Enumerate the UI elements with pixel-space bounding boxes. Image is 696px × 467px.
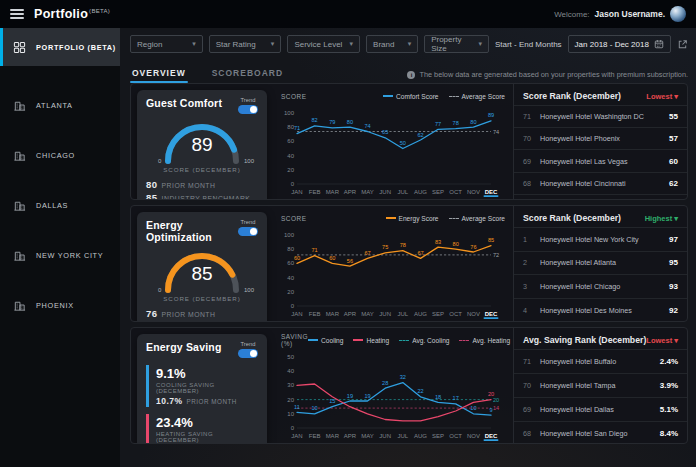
svg-text:MAY: MAY <box>361 433 374 439</box>
svg-text:FEB: FEB <box>309 433 321 439</box>
svg-text:60: 60 <box>287 138 294 144</box>
svg-text:85: 85 <box>488 237 494 243</box>
rank-row: 69Honeywell Hotel Las Vegas60 <box>514 149 687 171</box>
svg-text:67: 67 <box>364 250 370 256</box>
svg-text:71: 71 <box>294 125 300 131</box>
rank-row: 71Honeywell Hotel Washington DC55 <box>514 105 687 127</box>
dashboard-app: Portfolio(BETA) Welcome:Jason Username. … <box>0 0 696 467</box>
svg-text:0: 0 <box>291 425 295 431</box>
brand-dropdown[interactable]: Brand▾ <box>366 35 418 53</box>
score-gauge: 85 0 100 <box>150 246 254 294</box>
user-avatar[interactable] <box>670 6 686 22</box>
sidebar-item-dallas[interactable]: DALLAS <box>0 180 120 230</box>
energy-saving-chart: 01020304050JANFEBMARAPRMAYJUNJULAUGSEPOC… <box>281 347 505 441</box>
y-axis-label: SCORE <box>281 93 307 100</box>
svg-text:10: 10 <box>470 405 476 411</box>
y-axis-label: SCORE <box>281 215 307 222</box>
gauge-max: 100 <box>244 287 254 293</box>
metric-value: 23.4% <box>156 415 258 430</box>
sidebar-item-atlanta[interactable]: ATLANTA <box>0 80 120 130</box>
tab-overview[interactable]: OVERVIEW <box>130 64 188 83</box>
hotel-name: Honeywell Hotel Washington DC <box>540 112 665 121</box>
svg-text:OCT: OCT <box>449 433 462 439</box>
hotel-name: Honeywell Hotel San Diego <box>540 429 656 438</box>
hotel-name: Honeywell Hotel Dallas <box>540 405 656 414</box>
rank-sort-selector[interactable]: Lowest ▾ <box>646 336 678 345</box>
date-range-picker[interactable]: Jan 2018 - Dec 2018 <box>568 35 671 53</box>
sidebar-item-phoenix[interactable]: PHOENIX <box>0 280 120 330</box>
svg-text:20: 20 <box>287 397 294 403</box>
industry-benchmark-stat: 85INDUSTRY BENCHMARK <box>146 321 258 322</box>
energy-score-chart: 020406080100JANFEBMARAPRMAYJUNJULAUGSEPO… <box>281 225 505 319</box>
star-rating-dropdown[interactable]: Star Rating▾ <box>209 35 282 53</box>
rank-value: 62 <box>669 179 678 188</box>
svg-text:40: 40 <box>287 275 294 281</box>
rank-number: 70 <box>523 381 536 390</box>
trend-toggle[interactable] <box>238 349 258 358</box>
hamburger-menu-icon[interactable] <box>10 9 24 19</box>
svg-text:NOV: NOV <box>467 433 480 439</box>
legend-item: Average Score <box>449 215 506 222</box>
prior-month-stat: 80PRIOR MONTH <box>146 179 258 190</box>
building-icon <box>13 199 26 212</box>
svg-text:67: 67 <box>417 250 423 256</box>
svg-text:JUL: JUL <box>397 311 408 317</box>
svg-text:71: 71 <box>311 247 317 253</box>
svg-text:FEB: FEB <box>309 311 321 317</box>
region-dropdown[interactable]: Region▾ <box>130 35 203 53</box>
svg-text:74: 74 <box>493 129 499 135</box>
saving-rank-panel: Avg. Saving Rank (December) Lowest ▾ 71H… <box>513 328 687 444</box>
rank-value: 8.4% <box>660 429 678 438</box>
rank-value: 97 <box>669 235 678 244</box>
export-button[interactable] <box>677 37 688 51</box>
tab-scoreboard[interactable]: SCOREBOARD <box>210 64 285 83</box>
svg-text:0: 0 <box>291 181 295 187</box>
svg-text:JUN: JUN <box>379 311 391 317</box>
sidebar-item-label: ATLANTA <box>36 101 73 110</box>
tab-bar: OVERVIEW SCOREBOARD i The below data are… <box>130 58 688 83</box>
sidebar-item-new-york-city[interactable]: NEW YORK CITY <box>0 230 120 280</box>
rank-number: 69 <box>523 405 536 414</box>
svg-text:19: 19 <box>364 393 370 399</box>
trend-toggle[interactable] <box>238 227 258 236</box>
sidebar-item-chicago[interactable]: CHICAGO <box>0 130 120 180</box>
chart-legend: Comfort ScoreAverage Score <box>383 93 505 100</box>
energy-saving-row: Energy Saving Trend 9.1% COOLING SAVING … <box>130 327 688 444</box>
rank-sort-selector[interactable]: Lowest ▾ <box>646 92 678 101</box>
svg-text:60: 60 <box>287 260 294 266</box>
svg-text:JUL: JUL <box>397 189 408 195</box>
rank-title: Score Rank (December) <box>523 213 621 223</box>
sidebar-item-portfolio[interactable]: PORTFOLIO (BETA) <box>0 28 120 66</box>
rank-row: 5Honeywell Hotel Los Angeles90 <box>514 321 687 322</box>
comfort-chart-cell: SCORE Comfort ScoreAverage Score 0204060… <box>273 84 513 200</box>
building-icon <box>13 149 26 162</box>
svg-text:0: 0 <box>291 303 295 309</box>
rank-number: 2 <box>523 258 536 267</box>
main-content: Region▾ Star Rating▾ Service Level▾ Bran… <box>120 28 696 467</box>
service-level-dropdown[interactable]: Service Level▾ <box>287 35 360 53</box>
svg-text:MAR: MAR <box>326 189 340 195</box>
svg-text:JUL: JUL <box>397 433 408 439</box>
trend-toggle[interactable] <box>238 105 258 114</box>
building-icon <box>13 249 26 262</box>
energy-chart-cell: SCORE Energy ScoreAverage Score 02040608… <box>273 206 513 322</box>
gauge-value: 85 <box>150 263 254 285</box>
building-icon <box>13 299 26 312</box>
energy-optimization-row: Energy Optimization Trend 85 0 100 SCORE… <box>130 205 688 322</box>
metric-prior: 10.7%PRIOR MONTH <box>156 396 258 406</box>
rank-value: 3.9% <box>660 381 678 390</box>
rank-number: 70 <box>523 134 536 143</box>
rank-row: 68Honeywell Hotel Cincinnati62 <box>514 172 687 194</box>
svg-text:40: 40 <box>287 368 294 374</box>
property-size-dropdown[interactable]: Property Size▾ <box>424 35 489 53</box>
svg-text:NOV: NOV <box>467 189 480 195</box>
rank-value: 2.4% <box>660 357 678 366</box>
svg-text:FEB: FEB <box>309 189 321 195</box>
sidebar-item-label: PORTFOLIO (BETA) <box>36 43 116 52</box>
svg-text:56: 56 <box>347 258 353 264</box>
rank-row: 4Honeywell Hotel Des Moines92 <box>514 298 687 322</box>
rank-row: 69Honeywell Hotel Dallas5.1% <box>514 397 687 421</box>
rank-number: 69 <box>523 157 536 166</box>
rank-sort-selector[interactable]: Highest ▾ <box>645 214 678 223</box>
gauge-max: 100 <box>244 158 254 164</box>
